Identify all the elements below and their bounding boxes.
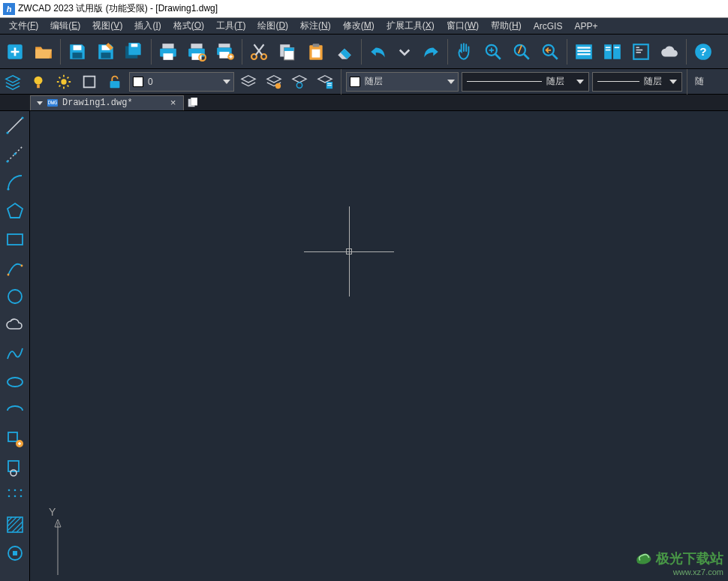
spline-button[interactable] [2, 341, 28, 366]
menu-window[interactable]: 窗口(W) [441, 18, 485, 34]
layer-lock-button[interactable] [78, 71, 101, 92]
pan-button[interactable] [451, 38, 478, 65]
designcenter-button[interactable] [599, 38, 626, 65]
drawing-canvas[interactable]: Y 极光下载站 www.xz7.com [30, 111, 728, 581]
menu-express[interactable]: 扩展工具(X) [381, 18, 441, 34]
make-block-button[interactable] [2, 455, 28, 480]
ellipse-button[interactable] [2, 369, 28, 395]
arc-button[interactable] [2, 170, 28, 195]
svg-point-64 [8, 378, 23, 387]
layer-unlock-button[interactable] [104, 71, 126, 92]
print-preview-button[interactable] [183, 38, 210, 65]
cloud-button[interactable] [656, 38, 683, 65]
layer-manager-button[interactable] [2, 71, 24, 92]
lineweight-combo[interactable]: 随层 [592, 72, 682, 92]
menu-modify[interactable]: 修改(M) [337, 18, 381, 34]
menu-tools[interactable]: 工具(T) [210, 18, 251, 34]
print-preview-icon [187, 42, 206, 62]
lw-preview [597, 81, 639, 82]
linetype-value: 随层 [546, 75, 564, 88]
plotstyle-label: 随 [692, 75, 704, 88]
menu-draw[interactable]: 绘图(D) [251, 18, 294, 34]
menu-help[interactable]: 帮助(H) [485, 18, 528, 34]
svg-rect-5 [131, 44, 138, 47]
new-tab-button[interactable] [184, 95, 200, 110]
help-icon: ? [693, 42, 713, 62]
undo-dd-button[interactable] [393, 41, 416, 63]
hatch-button[interactable] [2, 512, 28, 537]
svg-rect-52 [327, 85, 332, 86]
paste-button[interactable] [302, 38, 329, 65]
color-combo[interactable]: 随层 [346, 72, 459, 92]
cut-button[interactable] [245, 38, 272, 65]
svg-rect-9 [191, 44, 202, 48]
redo-button[interactable] [417, 38, 444, 65]
svg-rect-33 [613, 44, 621, 59]
insert-block-button[interactable] [2, 426, 28, 452]
block-icon [5, 458, 25, 477]
svg-rect-21 [284, 47, 294, 50]
layer-iso-button[interactable] [288, 71, 311, 92]
ellipsearc-icon [5, 401, 25, 420]
menu-file[interactable]: 文件(F) [3, 18, 44, 34]
tool-palette-button[interactable] [627, 38, 654, 65]
saveas-button[interactable] [92, 38, 119, 65]
folder-icon [34, 42, 53, 62]
color-swatch [350, 77, 360, 87]
watermark: 极光下载站 www.xz7.com [633, 549, 723, 576]
menu-appplus[interactable]: APP+ [568, 20, 603, 33]
menu-insert[interactable]: 插入(I) [128, 18, 167, 34]
new-icon [5, 42, 25, 62]
zoom-window-button[interactable] [508, 38, 535, 65]
layer-freeze-button[interactable] [53, 71, 75, 92]
svg-point-59 [7, 188, 9, 190]
layer-combo[interactable]: 0 [129, 72, 234, 92]
copy-button[interactable] [274, 38, 301, 65]
svg-point-72 [8, 495, 10, 498]
menu-view[interactable]: 视图(V) [86, 18, 128, 34]
document-tab[interactable]: DWG Drawing1.dwg* × [30, 95, 184, 110]
new-button[interactable] [2, 38, 29, 65]
revcloud-button[interactable] [2, 312, 28, 338]
rectangle-button[interactable] [2, 227, 28, 252]
chevron-down-icon [576, 80, 584, 84]
layer-on-button[interactable] [27, 71, 50, 92]
svg-rect-30 [577, 50, 590, 51]
publish-button[interactable] [212, 38, 239, 65]
tab-close-button[interactable]: × [169, 98, 178, 109]
menu-edit[interactable]: 编辑(E) [44, 18, 86, 34]
zoom-prev-button[interactable] [537, 38, 564, 65]
polygon-button[interactable] [2, 198, 28, 224]
svg-point-48 [275, 83, 281, 88]
circle-button[interactable] [2, 284, 28, 309]
line-button[interactable] [2, 113, 28, 138]
linetype-combo[interactable]: 随层 [462, 72, 589, 92]
erase-button[interactable] [331, 38, 358, 65]
save-button[interactable] [64, 38, 91, 65]
region-button[interactable] [2, 540, 28, 566]
ellipsearc-button[interactable] [2, 398, 28, 423]
svg-rect-1 [74, 45, 82, 50]
ray-button[interactable] [2, 141, 28, 167]
menu-format[interactable]: 格式(O) [167, 18, 210, 34]
point-button[interactable] [2, 483, 28, 509]
properties-button[interactable] [570, 38, 597, 65]
open-button[interactable] [30, 38, 57, 65]
menu-arcgis[interactable]: ArcGIS [528, 20, 569, 33]
svg-point-73 [14, 495, 16, 498]
square-icon [81, 74, 98, 90]
print-button[interactable] [155, 38, 182, 65]
linetype-preview [467, 81, 542, 82]
undo-button[interactable] [365, 38, 392, 65]
layers-icon [5, 74, 21, 90]
help-button[interactable]: ? [690, 38, 717, 65]
menu-dimension[interactable]: 标注(N) [294, 18, 337, 34]
layer-previous-button[interactable] [237, 71, 260, 92]
app-icon: h [3, 3, 15, 15]
saveall-button[interactable] [121, 38, 148, 65]
layer-state-button[interactable] [263, 71, 285, 92]
zoom-realtime-button[interactable] [480, 38, 507, 65]
arc3p-button[interactable] [2, 255, 28, 281]
insert-icon [5, 429, 25, 449]
layer-walk-button[interactable] [314, 71, 336, 92]
